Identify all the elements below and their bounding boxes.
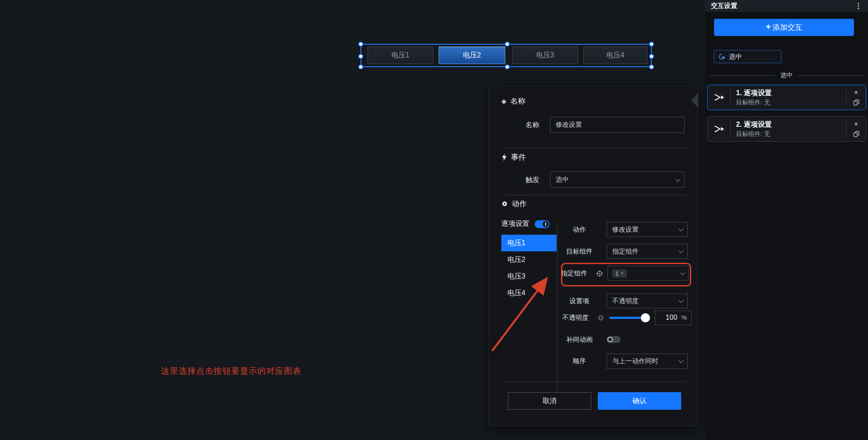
opacity-slider[interactable] [609,317,646,319]
panel-header: 交互设置 ⋮ [705,0,868,12]
canvas-button-voltage1[interactable]: 电压1 [368,47,433,64]
merge-arrow-icon [707,124,730,134]
action-label: 动作 [555,225,604,234]
action-row: 动作 修改设置 [555,222,692,237]
tween-label: 补间动画 [555,336,604,344]
chevron-down-icon [679,248,683,253]
component-tag[interactable]: 1 × [612,269,627,278]
resize-handle-bottom-middle[interactable] [505,64,510,69]
confirm-button[interactable]: 确认 [598,392,681,410]
add-interaction-button[interactable]: + 添加交互 [714,19,854,36]
divider-line [798,75,864,76]
interaction-card-2[interactable]: 2. 逐项设置 目标组件: 无 × [707,116,866,142]
footer-divider [501,381,687,382]
canvas-button-voltage2[interactable]: 电压2 [439,47,505,64]
chevron-down-icon [675,176,680,181]
toggle-knob-icon [607,337,613,342]
trigger-value: 选中 [556,175,569,184]
action-section-header: 动作 [501,199,527,209]
chevron-down-icon [680,270,685,275]
brightness-icon [598,315,604,321]
resize-handle-bottom-left[interactable] [358,64,363,69]
event-filter-tag[interactable]: 选中 [714,50,782,63]
resize-handle-top-middle[interactable] [505,42,510,47]
setting-select[interactable]: 不透明度 [607,293,688,308]
canvas-button-voltage4[interactable]: 电压4 [583,47,647,64]
plus-icon: + [766,22,771,32]
tag-close-icon[interactable]: × [621,270,624,276]
opacity-value-box[interactable]: 100 % [655,311,692,325]
per-item-toggle[interactable] [535,220,550,228]
action-select[interactable]: 修改设置 [607,222,688,237]
order-select[interactable]: 与上一动作同时 [607,354,688,369]
card-index: 1. [736,89,742,97]
merge-arrow-icon [707,93,730,102]
trigger-label: 触发 [502,175,539,185]
name-section-header: ◈ 名称 [501,96,525,106]
kebab-menu-icon[interactable]: ⋮ [855,3,862,10]
annotation-text: 这里选择点击按钮要显示的对应图表 [161,365,301,377]
resize-handle-top-left[interactable] [358,42,363,47]
order-label: 顺序 [555,357,604,365]
canvas-button-voltage3[interactable]: 电压3 [512,47,578,64]
resize-handle-middle-right[interactable] [649,54,654,59]
event-group-label: 选中 [780,72,793,79]
chevron-down-icon [679,298,683,303]
copy-icon[interactable] [853,131,860,137]
dialog-pointer-icon [691,93,698,108]
section-divider [501,195,687,195]
name-input[interactable] [550,117,685,133]
tween-row: 补间动画 [555,332,692,347]
opacity-label: 不透明度 [555,314,596,322]
target-value: 指定组件 [612,247,639,256]
interaction-settings-panel: 交互设置 ⋮ + 添加交互 选中 选中 1. 逐项设置 [705,0,868,440]
setting-row: 设置项 不透明度 [555,293,692,308]
order-row: 顺序 与上一动作同时 [555,354,692,368]
action-item-voltage3[interactable]: 电压3 [501,268,557,285]
card-body: 1. 逐项设置 目标组件: 无 [731,88,846,107]
resize-handle-bottom-right[interactable] [649,64,654,69]
copy-icon[interactable] [853,99,860,106]
resize-handle-top-right[interactable] [649,42,654,47]
card-subtitle: 目标组件: 无 [736,130,846,138]
action-item-voltage1[interactable]: 电压1 [501,235,557,251]
add-interaction-label: 添加交互 [772,22,802,32]
toggle-knob-icon [543,221,549,227]
card-body: 2. 逐项设置 目标组件: 无 [731,120,846,138]
close-icon[interactable]: × [854,121,858,128]
event-group-divider: 选中 [708,72,864,79]
action-value: 修改设置 [612,225,639,234]
setting-value: 不透明度 [612,297,639,305]
lightning-icon [501,154,507,161]
section-divider [501,148,687,148]
action-seal-icon [501,200,508,207]
close-icon[interactable]: × [854,89,858,96]
aim-locate-icon[interactable] [596,270,603,277]
chevron-down-icon [679,226,683,231]
action-item-voltage2[interactable]: 电压2 [501,251,557,268]
resize-handle-middle-left[interactable] [358,54,363,59]
card-actions: × [847,89,866,106]
divider-line [708,75,775,76]
card-actions: × [847,121,866,137]
per-item-label: 逐项设置 [501,219,529,229]
tween-toggle[interactable] [607,336,621,343]
order-value: 与上一动作同时 [612,357,658,365]
interaction-card-1[interactable]: 1. 逐项设置 目标组件: 无 × [707,85,866,110]
per-item-row: 逐项设置 [501,219,550,229]
cursor-click-icon [718,53,725,60]
target-select[interactable]: 指定组件 [607,244,688,259]
event-section-header: 事件 [501,152,526,162]
trigger-select[interactable]: 选中 [550,172,685,188]
setting-label: 设置项 [555,297,604,305]
cancel-button[interactable]: 取消 [508,392,591,410]
slider-knob[interactable] [641,314,650,322]
target-label: 目标组件 [555,247,604,256]
component-tag-value: 1 [615,270,618,277]
app-root: { "colors": { "accent": "#1677ff", "sele… [0,0,868,440]
event-filter-label: 选中 [729,53,742,61]
diamond-icon: ◈ [501,97,507,105]
card-action-name: 逐项设置 [744,121,772,128]
component-multiselect[interactable]: 1 × [607,266,689,281]
action-item-voltage4[interactable]: 电压4 [501,285,557,301]
